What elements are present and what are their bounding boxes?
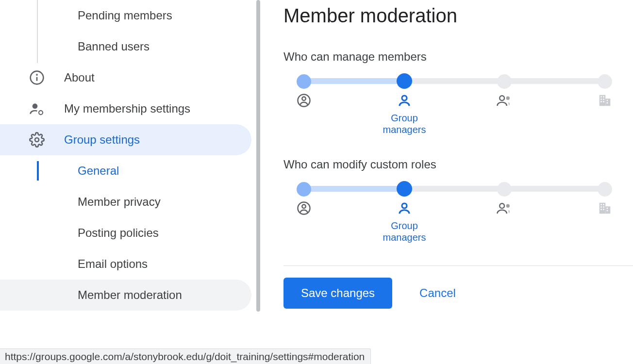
svg-point-3 [33,103,38,109]
svg-rect-33 [603,209,604,210]
sidebar-item-group-settings[interactable]: Group settings [0,124,251,155]
info-icon [29,70,45,85]
svg-rect-13 [600,96,602,98]
setting-label: Who can manage members [283,50,633,64]
legend-members [475,93,533,108]
sidebar-item-general[interactable]: General [0,155,251,186]
svg-rect-11 [600,95,606,106]
sidebar-item-label: Group settings [64,133,140,147]
person-circle-icon [275,93,333,108]
sidebar-item-label: Member moderation [78,288,182,302]
slider-stop-members[interactable] [497,74,512,89]
svg-point-9 [500,96,504,100]
svg-point-10 [506,97,510,100]
sidebar-item-label: Posting policies [78,226,159,240]
setting-who-can-modify-custom-roles: Who can modify custom roles [283,158,633,244]
slider-handle[interactable] [397,73,412,89]
building-icon [576,93,633,108]
sidebar-item-my-membership-settings[interactable]: My membership settings [0,93,251,124]
sidebar-item-pending-members[interactable]: Pending members [0,0,251,31]
svg-rect-15 [600,99,602,100]
svg-rect-32 [600,209,602,210]
sidebar-item-email-options[interactable]: Email options [0,248,251,280]
person-circle-icon [275,200,333,216]
person-gear-icon [29,101,45,116]
svg-rect-14 [603,96,604,98]
svg-rect-34 [607,208,608,209]
form-actions: Save changes Cancel [283,278,633,309]
slider-stop-owners[interactable] [297,182,311,197]
cancel-button[interactable]: Cancel [419,286,456,300]
legend-managers: Group managers [375,93,433,135]
svg-rect-18 [603,101,604,102]
legend-owners [275,200,333,216]
legend-members [475,200,533,216]
legend-managers: Group managers [375,200,433,243]
sidebar-sublist-group-settings: General Member privacy Posting policies … [0,155,256,311]
legend-label: Group managers [375,112,433,135]
sidebar-item-label: Banned users [78,40,150,53]
svg-rect-29 [603,204,604,205]
sidebar-item-label: Member privacy [78,195,161,209]
page-title: Member moderation [283,5,633,27]
sidebar-item-posting-policies[interactable]: Posting policies [0,217,251,248]
people-icon [475,200,533,216]
svg-point-8 [402,96,407,100]
sidebar-item-member-moderation[interactable]: Member moderation [0,280,251,311]
sidebar: Pending members Banned users About My me… [0,0,256,364]
slider-legend: Group managers [304,93,605,136]
sidebar-item-about[interactable]: About [0,62,251,93]
sidebar-item-label: Pending members [78,9,172,22]
building-icon [576,200,633,216]
slider-track-fill [304,186,404,192]
main-content: Member moderation Who can manage members [256,0,633,364]
slider-track-fill [304,78,404,84]
svg-rect-31 [603,206,604,208]
svg-rect-19 [607,100,608,101]
person-icon [375,200,433,216]
svg-point-23 [402,203,407,208]
svg-point-24 [500,203,504,208]
svg-rect-35 [607,210,608,212]
save-button[interactable]: Save changes [283,278,392,309]
sidebar-item-label: General [78,164,119,178]
setting-label: Who can modify custom roles [283,158,633,171]
legend-owners [275,93,333,108]
svg-point-7 [302,97,306,101]
permission-slider[interactable]: Group managers [304,78,618,136]
slider-stop-organization[interactable] [598,182,612,197]
svg-point-22 [302,205,306,209]
setting-who-can-manage-members: Who can manage members [283,50,633,136]
slider-track [304,186,605,192]
sidebar-item-label: About [64,71,95,84]
slider-stop-owners[interactable] [297,74,311,89]
slider-handle[interactable] [397,181,412,197]
svg-point-25 [506,204,510,208]
legend-organization [576,93,633,108]
slider-track [304,78,605,84]
svg-rect-20 [607,102,608,104]
people-icon [475,93,533,108]
legend-label: Group managers [375,220,433,243]
svg-rect-16 [603,99,604,100]
gear-icon [29,132,45,148]
sidebar-item-label: My membership settings [64,102,190,116]
svg-rect-28 [600,204,602,205]
sidebar-item-label: Email options [78,257,148,271]
slider-stop-organization[interactable] [598,74,612,89]
svg-point-5 [35,138,39,142]
sidebar-item-member-privacy[interactable]: Member privacy [0,186,251,217]
sidebar-item-banned-users[interactable]: Banned users [0,31,251,62]
legend-organization [576,200,633,216]
svg-point-2 [36,74,37,75]
svg-rect-30 [600,206,602,208]
divider [283,265,633,266]
svg-rect-17 [600,101,602,102]
permission-slider[interactable]: Group managers [304,186,618,244]
person-icon [375,93,433,108]
svg-rect-26 [600,203,606,214]
slider-stop-members[interactable] [497,182,512,197]
status-bar-url: https://groups.google.com/a/stonybrook.e… [0,348,371,364]
slider-legend: Group managers [304,200,605,244]
